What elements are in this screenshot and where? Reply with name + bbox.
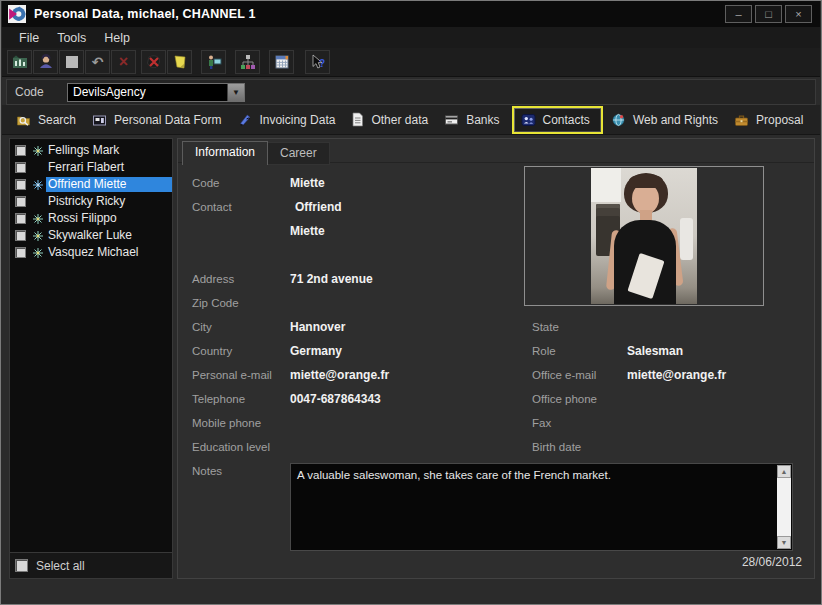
notes-textarea[interactable]: A valuable saleswoman, she takes care of… [290,463,793,551]
app-icon [8,5,26,23]
field-state: State [532,320,802,344]
code-select[interactable]: DevilsAgency ▼ [67,83,245,102]
scroll-down-icon[interactable]: ▼ [777,536,791,549]
list-item[interactable]: Pistricky Ricky [10,193,172,210]
form-icon [92,113,107,127]
code-label: Code [15,85,67,99]
chevron-down-icon[interactable]: ▼ [227,84,244,101]
tab-invoicing-data-label: Invoicing Data [259,113,335,127]
menu-help[interactable]: Help [95,29,139,47]
field-role: Role Salesman [532,344,802,368]
tab-other-data[interactable]: Other data [345,108,438,131]
photo-frame [524,166,764,306]
invoice-icon [237,113,252,127]
maximize-button[interactable]: □ [755,5,782,23]
menu-bar: File Tools Help [2,27,820,48]
field-education-level: Education level [192,440,522,464]
list-item-selected[interactable]: Offriend Miette [10,176,172,193]
tab-search[interactable]: Search [10,109,86,131]
field-office-email: Office e-mail miette@orange.fr [532,368,802,392]
tab-invoicing-data[interactable]: Invoicing Data [231,109,345,131]
scroll-up-icon[interactable]: ▲ [777,465,791,478]
minimize-button[interactable]: – [725,5,752,23]
search-icon [16,113,31,127]
statistics-icon[interactable] [7,50,32,74]
org-chart-icon[interactable] [235,50,260,74]
title-bar: Personal Data, michael, CHANNEL 1 – □ × [2,1,820,27]
list-item[interactable]: Rossi Filippo [10,210,172,227]
contact-sparkle-icon [30,144,46,157]
notes-scrollbar[interactable]: ▲ ▼ [777,465,791,549]
field-contact-lastname: Miette [192,224,522,248]
select-all-row: Select all [9,553,173,579]
tab-information[interactable]: Information [182,141,268,165]
person-icon[interactable] [33,50,58,74]
delete-icon[interactable]: × [111,50,136,74]
list-item-checkbox[interactable] [15,247,26,258]
close-button[interactable]: × [785,5,812,23]
select-all-checkbox[interactable] [15,559,28,572]
field-birth-date: Birth date [532,440,802,464]
discard-icon[interactable] [141,50,166,74]
list-item[interactable]: Fellings Mark [10,142,172,159]
blank-icon[interactable] [59,50,84,74]
tab-other-data-label: Other data [371,113,428,127]
web-icon [611,113,626,127]
tab-web-and-rights[interactable]: Web and Rights [605,109,728,131]
tab-banks-label: Banks [466,113,499,127]
menu-tools[interactable]: Tools [48,29,95,47]
detail-panel: Information Career Code Miette Contact O… [177,138,815,579]
record-date: 28/06/2012 [742,555,802,569]
list-item-checkbox[interactable] [15,196,26,207]
field-telephone: Telephone 0047-687864343 [192,392,522,416]
list-item-checkbox[interactable] [15,213,26,224]
code-bar: Code DevilsAgency ▼ [6,79,816,105]
fields-right: State Role Salesman Office e-mail miette… [532,320,802,464]
window-title: Personal Data, michael, CHANNEL 1 [34,7,256,21]
contacts-icon [521,113,536,127]
field-code: Code Miette [192,176,522,200]
select-all-label: Select all [36,559,85,573]
field-contact: Contact Offriend [192,200,522,224]
nav-tab-bar: Search Personal Data Form Invoicing Da [2,105,820,135]
bank-card-icon [444,113,459,127]
calculator-icon[interactable] [269,50,294,74]
list-item-checkbox[interactable] [15,162,26,173]
tab-search-label: Search [38,113,76,127]
undo-icon[interactable]: ↶ [85,50,110,74]
menu-file[interactable]: File [10,29,48,47]
contact-sparkle-icon [30,229,46,242]
list-item-checkbox[interactable] [15,230,26,241]
tab-career[interactable]: Career [268,142,330,165]
field-mobile-phone: Mobile phone [192,416,522,440]
user-session-icon[interactable] [201,50,226,74]
app-window: Personal Data, michael, CHANNEL 1 – □ × … [0,0,822,605]
context-help-icon[interactable]: ? [305,50,330,74]
field-country: Country Germany [192,344,522,368]
tab-personal-data-form[interactable]: Personal Data Form [86,109,231,131]
tab-contacts[interactable]: Contacts [514,108,601,132]
contact-photo [591,168,697,304]
field-zip: Zip Code [192,296,522,320]
notes-icon[interactable] [167,50,192,74]
list-item[interactable]: Ferrari Flabert [10,159,172,176]
document-icon [351,112,364,127]
tab-banks[interactable]: Banks [438,109,509,131]
notes-text: A valuable saleswoman, she takes care of… [297,468,772,482]
field-city: City Hannover [192,320,522,344]
tab-proposal[interactable]: Proposal [728,109,813,131]
svg-text:?: ? [319,58,325,69]
tab-contacts-label: Contacts [543,113,590,127]
list-item-checkbox[interactable] [15,179,26,190]
contact-list: Fellings Mark Ferrari Flabert Offriend M… [9,138,173,553]
list-item-checkbox[interactable] [15,145,26,156]
field-personal-email: Personal e-mail miette@orange.fr [192,368,522,392]
window-controls: – □ × [725,5,812,23]
proposal-icon [734,113,749,127]
tab-personal-data-form-label: Personal Data Form [114,113,221,127]
toolbar: ↶ × [2,48,820,77]
list-item[interactable]: Skywalker Luke [10,227,172,244]
code-select-value: DevilsAgency [68,85,227,99]
list-item[interactable]: Vasquez Michael [10,244,172,261]
detail-tabs: Information Career [182,141,330,165]
